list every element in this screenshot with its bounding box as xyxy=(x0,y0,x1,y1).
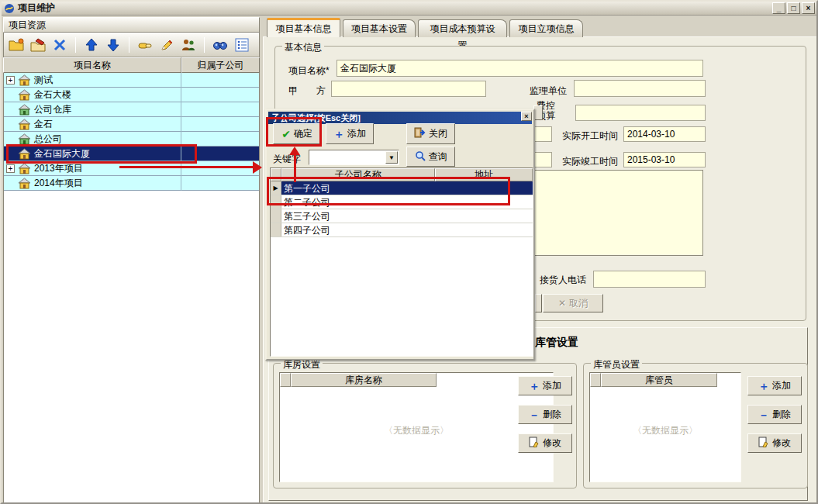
expand-icon[interactable]: + xyxy=(6,164,15,173)
keepers-remove-label: 删除 xyxy=(772,408,791,421)
users-icon[interactable] xyxy=(180,36,197,54)
dialog-query-button[interactable]: 查询 xyxy=(406,147,455,167)
window-titlebar[interactable]: 项目维护 _ □ × xyxy=(2,2,816,16)
select-hand-icon[interactable] xyxy=(136,36,154,54)
dialog-close-label: 关闭 xyxy=(429,127,447,140)
selector-column-header xyxy=(271,168,281,181)
modify-icon xyxy=(758,437,769,450)
chevron-down-icon[interactable]: ▼ xyxy=(385,151,398,164)
tab-project-basic-settings[interactable]: 项目基本设置 xyxy=(343,19,416,37)
dialog-titlebar[interactable]: 子公司选择[按Esc关闭] xyxy=(268,112,532,124)
minimize-button[interactable]: _ xyxy=(772,2,785,14)
door-icon xyxy=(414,127,426,140)
tree-item-label: 金石 xyxy=(34,118,53,131)
actual-end-label: 实际竣工时间 xyxy=(562,155,618,168)
move-down-icon[interactable] xyxy=(105,36,122,54)
tree-row[interactable]: + 2013年项目 xyxy=(4,161,259,176)
cancel-button-label: 取消 xyxy=(569,297,588,310)
tree-column-subsidiary[interactable]: 归属子公司 xyxy=(181,57,260,73)
close-button[interactable]: × xyxy=(802,2,815,14)
keepers-add-button[interactable]: ＋ 添加 xyxy=(747,376,802,395)
subsidiary-row-selected[interactable]: ▶ 第一子公司 xyxy=(271,181,533,195)
modify-icon xyxy=(529,437,540,450)
maximize-button[interactable]: □ xyxy=(787,2,800,14)
subsidiary-grid[interactable]: 子公司名称 地址 ▶ 第一子公司 第二子公司 第三子公司 第四子公司 xyxy=(270,167,533,357)
keepers-column-header[interactable]: 库管员 xyxy=(601,373,717,387)
subsidiary-name: 第二子公司 xyxy=(281,195,435,209)
supervisor-label: 监理单位 xyxy=(530,85,567,98)
new-folder-icon[interactable] xyxy=(8,36,25,54)
tree-row[interactable]: 金石 xyxy=(4,117,259,132)
annotation-arrow-line xyxy=(119,166,254,168)
project-name-input[interactable]: 金石国际大厦 xyxy=(337,60,703,77)
toolbar-separator xyxy=(129,37,129,53)
keepers-table[interactable]: 库管员 〈无数据显示〉 xyxy=(589,372,741,482)
receiver-phone-input[interactable] xyxy=(593,271,706,288)
tree-item-label: 金石大楼 xyxy=(34,88,71,102)
address-column-header[interactable]: 地址 xyxy=(435,168,533,181)
supervisor-input[interactable] xyxy=(574,80,706,97)
rooms-add-button[interactable]: ＋ 添加 xyxy=(518,376,572,395)
receiver-phone-label: 接货人电话 xyxy=(540,274,586,287)
app-icon xyxy=(4,3,15,14)
input-fragment xyxy=(535,126,552,142)
tree-row[interactable]: 金石大楼 xyxy=(4,88,259,102)
tree-row[interactable]: 公司仓库 xyxy=(4,102,259,117)
party-a-label: 甲 方 xyxy=(288,85,326,98)
subsidiary-row[interactable]: 第三子公司 xyxy=(271,209,533,223)
tab-project-approval-info[interactable]: 项目立项信息 xyxy=(509,19,583,37)
rooms-column-header[interactable]: 库房名称 xyxy=(291,373,437,387)
budget-input[interactable] xyxy=(575,105,706,121)
keepers-selector-header xyxy=(590,373,601,387)
edit-folder-icon[interactable] xyxy=(29,36,47,54)
warehouse-section-title: 库管设置 xyxy=(535,336,578,350)
row-pointer-icon: ▶ xyxy=(271,181,281,195)
tree-row[interactable]: 2014年项目 xyxy=(4,176,259,191)
name-column-header[interactable]: 子公司名称 xyxy=(281,168,435,181)
tree-row[interactable]: 总公司 xyxy=(4,132,259,147)
subsidiary-select-dialog: 子公司选择[按Esc关闭] × ✔ 确定 ＋ 添加 关闭 关键字 ▼ 查询 子公… xyxy=(265,109,535,361)
keepers-modify-button[interactable]: 修改 xyxy=(747,433,802,453)
tree-column-name[interactable]: 项目名称 xyxy=(3,57,181,73)
keepers-empty-text: 〈无数据显示〉 xyxy=(590,424,740,437)
rooms-remove-label: 删除 xyxy=(543,408,561,421)
actual-end-input[interactable]: 2015-03-10 xyxy=(623,152,706,167)
dialog-ok-label: 确定 xyxy=(294,127,312,140)
minus-icon: － xyxy=(758,410,769,419)
delete-icon[interactable] xyxy=(51,36,68,54)
subsidiary-address xyxy=(435,223,533,236)
remark-textarea[interactable] xyxy=(534,170,703,256)
rooms-remove-button[interactable]: － 删除 xyxy=(518,405,572,424)
keyword-combobox[interactable]: ▼ xyxy=(309,150,399,165)
report-grid-icon[interactable] xyxy=(233,36,250,54)
subsidiary-address xyxy=(435,209,533,223)
party-a-input[interactable] xyxy=(331,81,486,97)
subsidiary-row[interactable]: 第四子公司 xyxy=(271,223,533,237)
row-selector xyxy=(271,209,281,223)
rooms-table[interactable]: 库房名称 〈无数据显示〉 xyxy=(279,372,554,482)
expand-icon[interactable]: + xyxy=(6,76,15,85)
dialog-close-button[interactable]: 关闭 xyxy=(406,123,455,144)
dialog-add-button[interactable]: ＋ 添加 xyxy=(326,123,374,144)
search-icon xyxy=(415,150,426,164)
subsidiary-row[interactable]: 第二子公司 xyxy=(271,195,533,209)
cancel-button[interactable]: ✕ 取消 xyxy=(543,294,603,312)
tab-project-basic-info[interactable]: 项目基本信息 xyxy=(267,18,340,37)
find-icon[interactable] xyxy=(212,36,229,54)
toolbar-separator xyxy=(75,37,76,53)
house-icon xyxy=(18,104,31,116)
tab-cost-budget-settings[interactable]: 项目成本预算设置 xyxy=(418,19,507,37)
tree-item-label: 公司仓库 xyxy=(34,103,71,116)
edit-pencil-icon[interactable] xyxy=(158,36,175,54)
dialog-close-icon[interactable]: × xyxy=(521,112,532,121)
tree-row[interactable]: + 测试 xyxy=(4,73,259,88)
rooms-modify-label: 修改 xyxy=(543,437,561,450)
rooms-selector-header xyxy=(280,373,291,387)
actual-start-input[interactable]: 2014-03-10 xyxy=(623,126,706,142)
tree-row-selected[interactable]: 金石国际大厦 xyxy=(4,147,259,161)
left-panel-caption: 项目资源 xyxy=(3,17,260,33)
move-up-icon[interactable] xyxy=(83,36,100,54)
keepers-remove-button[interactable]: － 删除 xyxy=(747,405,802,424)
dialog-ok-button[interactable]: ✔ 确定 xyxy=(273,123,321,144)
rooms-modify-button[interactable]: 修改 xyxy=(518,433,572,453)
